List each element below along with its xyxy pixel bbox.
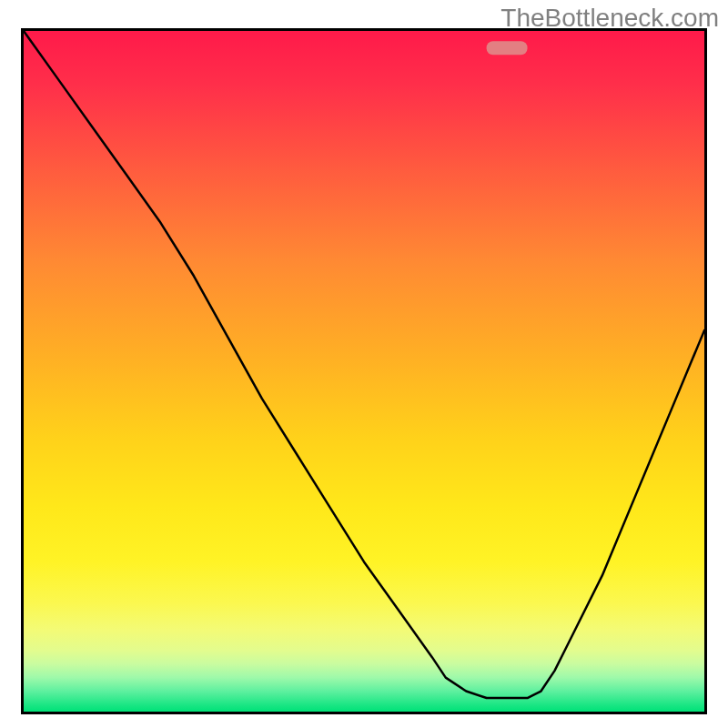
- chart-container: TheBottleneck.com: [0, 0, 728, 728]
- curve-layer: [24, 31, 704, 712]
- plot-frame: [21, 28, 707, 714]
- optimal-marker: [487, 41, 528, 55]
- watermark-text: TheBottleneck.com: [500, 4, 719, 33]
- bottleneck-curve: [24, 31, 704, 698]
